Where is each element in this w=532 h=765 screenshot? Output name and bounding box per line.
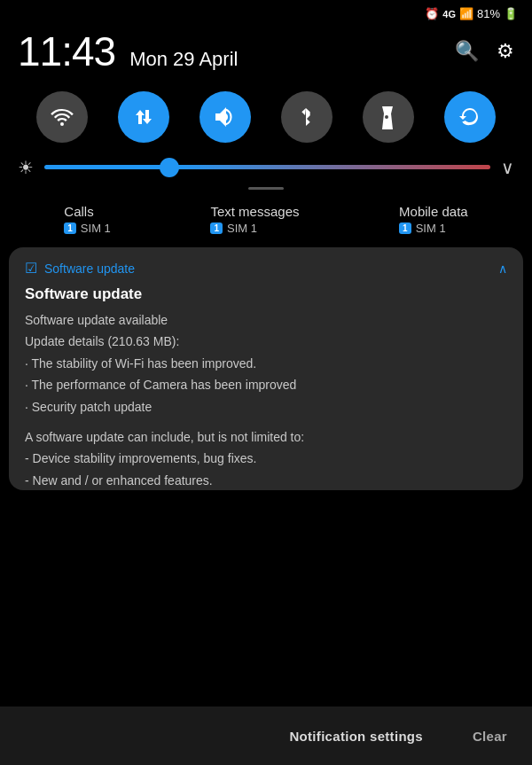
software-update-icon: ☑ — [25, 260, 37, 277]
texts-badge: 1 — [210, 222, 223, 234]
notification-title: Software update — [25, 285, 507, 303]
body-line3: · The stability of Wi-Fi has been improv… — [25, 354, 507, 373]
data-sim[interactable]: Mobile data 1 SIM 1 — [399, 204, 468, 235]
notification-header: ☑ Software update ∧ — [25, 260, 507, 277]
notification-card: ☑ Software update ∧ Software update Soft… — [9, 247, 523, 490]
notification-settings-button[interactable]: Notification settings — [264, 718, 447, 754]
settings-icon[interactable]: ⚙ — [497, 40, 514, 63]
notification-body: Software update available Update details… — [25, 310, 507, 490]
divider — [248, 187, 284, 190]
sound-toggle[interactable] — [200, 91, 251, 143]
signal-icon: 📶 — [459, 7, 473, 20]
battery-icon: 🔋 — [504, 7, 518, 20]
body-line1: Software update available — [25, 310, 507, 330]
texts-badge-row: 1 SIM 1 — [210, 222, 299, 235]
chevron-down-icon[interactable]: ∨ — [501, 157, 514, 178]
body-spacer — [25, 418, 507, 427]
clock-time: 11:43 — [18, 27, 115, 75]
status-bar: ⏰ 4G 📶 81% 🔋 — [0, 0, 532, 24]
battery-text: 81% — [477, 7, 500, 20]
datetime-row: 11:43 Mon 29 April 🔍 ⚙ — [0, 24, 532, 86]
calls-sim-text: SIM 1 — [81, 222, 111, 235]
sync-icon — [458, 105, 482, 129]
bluetooth-icon — [294, 105, 319, 129]
search-icon[interactable]: 🔍 — [455, 40, 479, 63]
flashlight-icon — [376, 105, 401, 129]
data-transfer-icon — [131, 105, 156, 129]
brightness-slider[interactable] — [44, 165, 490, 170]
data-badge-row: 1 SIM 1 — [399, 222, 468, 235]
data-badge: 1 — [399, 222, 411, 234]
time-date: 11:43 Mon 29 April — [18, 27, 238, 75]
data-label: Mobile data — [399, 204, 468, 219]
flashlight-toggle[interactable] — [363, 91, 414, 143]
body-line2: Update details (210.63 MB): — [25, 332, 507, 351]
header-actions: 🔍 ⚙ — [455, 40, 514, 63]
sim-row: Calls 1 SIM 1 Text messages 1 SIM 1 Mobi… — [0, 199, 532, 247]
slider-track — [44, 165, 490, 169]
network-type: 4G — [442, 9, 456, 20]
sync-toggle[interactable] — [444, 91, 496, 143]
body-line4: · The performance of Camera has been imp… — [25, 375, 507, 394]
body-line9: - New and / or enhanced features. — [25, 471, 507, 490]
body-line7: A software update can include, but is no… — [25, 427, 507, 447]
sound-icon — [213, 105, 238, 129]
calls-badge-row: 1 SIM 1 — [64, 222, 111, 235]
body-line8: - Device stability improvements, bug fix… — [25, 449, 507, 468]
data-sim-text: SIM 1 — [416, 222, 446, 235]
body-line5: · Security patch update — [25, 397, 507, 417]
calls-label: Calls — [64, 204, 111, 219]
notification-app-name: Software update — [44, 262, 491, 276]
texts-sim-text: SIM 1 — [227, 222, 257, 235]
alarm-icon: ⏰ — [425, 7, 439, 20]
bluetooth-toggle[interactable] — [281, 91, 332, 143]
texts-label: Text messages — [210, 204, 299, 219]
calls-sim[interactable]: Calls 1 SIM 1 — [64, 204, 111, 235]
quick-toggles — [0, 86, 532, 153]
bottom-action-bar: Notification settings Clear — [0, 706, 532, 765]
brightness-icon: ☀ — [18, 157, 34, 178]
data-toggle[interactable] — [118, 91, 169, 143]
status-icons: ⏰ 4G 📶 81% 🔋 — [425, 7, 518, 20]
clear-button[interactable]: Clear — [448, 718, 532, 754]
wifi-icon — [50, 105, 74, 129]
brightness-row: ☀ ∨ — [0, 153, 532, 185]
texts-sim[interactable]: Text messages 1 SIM 1 — [210, 204, 299, 235]
clock-date: Mon 29 April — [129, 48, 238, 71]
wifi-toggle[interactable] — [36, 91, 88, 143]
expand-icon[interactable]: ∧ — [498, 262, 507, 276]
slider-thumb — [160, 158, 179, 177]
calls-badge: 1 — [64, 222, 76, 234]
